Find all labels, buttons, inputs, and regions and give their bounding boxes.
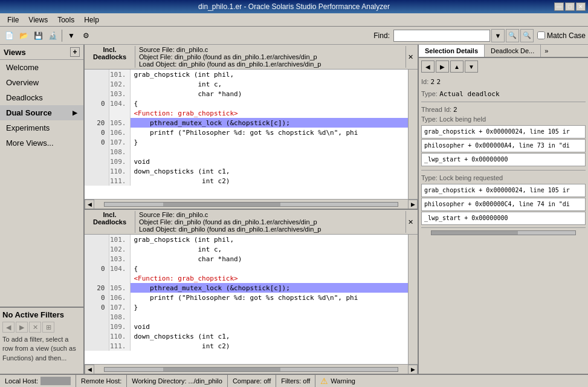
filter-back-button[interactable]: ◀ <box>2 322 15 333</box>
remote-host-label: Remote Host: <box>81 377 121 385</box>
table-row: 109.void <box>85 322 408 331</box>
sidebar-item-dual-source[interactable]: Dual Source <box>0 105 83 120</box>
source-metrics-header-1: Incl. Deadlocks <box>87 46 135 68</box>
sidebar-item-welcome[interactable]: Welcome <box>0 60 83 75</box>
source-scrollbar-2[interactable] <box>408 235 418 364</box>
hscroll-left-1[interactable]: ◀ <box>85 200 94 209</box>
nav-buttons: ◀ ▶ ▲ ▼ <box>421 60 586 73</box>
source-pane-1-close[interactable]: ✕ <box>405 46 415 68</box>
source-content-1: 101.grab_chopstick (int phil, 102. int c… <box>85 70 418 199</box>
sidebar-item-deadlocks-label: Deadlocks <box>6 93 43 102</box>
hscroll-track-1[interactable] <box>104 202 398 207</box>
source-pane-2-close[interactable]: ✕ <box>405 211 415 233</box>
lineno-cell: 103. <box>109 254 130 264</box>
find-next-button[interactable]: 🔍 <box>520 29 534 42</box>
tab-selection-details[interactable]: Selection Details <box>419 45 485 57</box>
settings-button[interactable]: ⚙ <box>79 29 92 42</box>
source-code-1[interactable]: 101.grab_chopstick (int phil, 102. int c… <box>85 70 408 199</box>
find-prev-button[interactable]: 🔍 <box>506 29 519 42</box>
match-case-checkbox[interactable]: Match Case <box>537 31 586 40</box>
hscroll-right-2[interactable]: ▶ <box>408 365 418 374</box>
nav-up-button[interactable]: ▲ <box>450 60 464 73</box>
source-code-2[interactable]: 101.grab_chopstick (int phil, 102. int c… <box>85 235 408 364</box>
table-row: 0107.} <box>85 137 408 147</box>
lineno-cell: 108. <box>109 312 130 322</box>
object-file-2: Object File: din_philo (found as din_phi… <box>139 218 321 226</box>
local-host-label: Local Host: <box>5 377 38 385</box>
lock-held-stack-2: _lwp_start + 0x00000000 <box>421 153 586 166</box>
table-row: 109.void <box>85 157 408 166</box>
source-scrollbar-1[interactable] <box>408 70 418 199</box>
table-row: 103. char *hand) <box>85 89 408 99</box>
sidebar-item-more-views[interactable]: More Views... <box>0 135 83 151</box>
nav-prev-button[interactable]: ◀ <box>421 60 435 73</box>
code-cell: { <box>130 264 408 273</box>
filter-delete-button[interactable]: ✕ <box>29 322 41 333</box>
menu-tools[interactable]: Tools <box>53 15 79 25</box>
menubar: File Views Tools Help <box>0 13 588 27</box>
table-row-highlighted: 20105. pthread_mutex_lock (&chopstick[c]… <box>85 283 408 293</box>
menu-file[interactable]: File <box>2 15 24 25</box>
code-cell: <Function: grab_chopstick> <box>130 108 408 118</box>
sidebar-add-button[interactable]: + <box>70 47 80 57</box>
metric-cell <box>85 322 109 331</box>
lineno-cell: 110. <box>109 331 130 341</box>
find-label: Find: <box>373 31 390 40</box>
match-case-label: Match Case <box>547 31 586 40</box>
right-content[interactable]: ◀ ▶ ▲ ▼ Id: 2 2 Type: Actual deadlock Th… <box>419 58 588 374</box>
tab-deadlock-details[interactable]: Deadlock De... <box>485 45 541 57</box>
filter-button[interactable]: ▼ <box>65 29 78 42</box>
lineno-cell: 105. <box>109 118 130 128</box>
sidebar-item-dual-source-label: Dual Source <box>6 108 52 117</box>
minimize-button[interactable]: — <box>554 2 564 11</box>
lock-requested-stack-2: _lwp_start + 0x00000000 <box>421 212 586 225</box>
filter-add-button[interactable]: ⊞ <box>42 322 54 333</box>
menu-help[interactable]: Help <box>79 15 104 25</box>
code-cell: int c, <box>130 79 408 89</box>
find-input[interactable] <box>393 30 490 42</box>
code-cell: printf ("Philosopher %d: got %s chopstic… <box>130 128 408 137</box>
nav-down-button[interactable]: ▼ <box>465 60 478 73</box>
open-button[interactable]: 📂 <box>17 29 30 42</box>
source-hscroll-2[interactable]: ◀ ▶ <box>85 364 418 374</box>
lineno-cell: 110. <box>109 166 130 176</box>
source-table-2: 101.grab_chopstick (int phil, 102. int c… <box>85 235 408 351</box>
sidebar-item-overview[interactable]: Overview <box>0 75 83 90</box>
hscroll-track-2[interactable] <box>104 367 398 372</box>
metric-cell <box>85 147 109 157</box>
new-button[interactable]: 📄 <box>2 29 16 42</box>
source-hscroll-1[interactable]: ◀ ▶ <box>85 199 418 209</box>
right-hscroll[interactable] <box>421 227 586 237</box>
lineno-cell: 107. <box>109 137 130 147</box>
sidebar-item-deadlocks[interactable]: Deadlocks <box>0 90 83 105</box>
tab-more-button[interactable]: » <box>541 45 552 57</box>
lineno-cell: 108. <box>109 147 130 157</box>
hscroll-right-1[interactable]: ▶ <box>408 200 418 209</box>
center-panel: Incl. Deadlocks Source File: din_philo.c… <box>85 45 419 374</box>
find-dropdown-button[interactable]: ▼ <box>491 29 505 42</box>
hscroll-left-2[interactable]: ◀ <box>85 365 94 374</box>
code-cell: void <box>130 322 408 331</box>
metric-cell <box>85 244 109 254</box>
close-button[interactable]: ✕ <box>576 2 586 11</box>
menu-views[interactable]: Views <box>24 15 53 25</box>
sidebar-item-experiments[interactable]: Experiments <box>0 120 83 135</box>
nav-next-button[interactable]: ▶ <box>436 60 449 73</box>
metric-cell <box>85 108 109 118</box>
save-button[interactable]: 💾 <box>31 29 45 42</box>
table-row: 0106. printf ("Philosopher %d: got %s ch… <box>85 293 408 302</box>
deadlocks-label-1: Deadlocks <box>87 53 132 60</box>
experiment-button[interactable]: 🔬 <box>46 29 59 42</box>
source-table-1: 101.grab_chopstick (int phil, 102. int c… <box>85 70 408 186</box>
compare-label: Compare: <box>233 377 262 385</box>
metric-cell <box>85 89 109 99</box>
metric-cell: 0 <box>85 302 109 312</box>
titlebar: din_philo.1.er - Oracle Solaris Studio P… <box>0 0 588 13</box>
match-case-input[interactable] <box>537 31 545 39</box>
maximize-button[interactable]: □ <box>565 2 575 11</box>
type-value-text: Actual deadlock <box>439 90 499 98</box>
filters-status-section: Filters: off <box>276 375 315 387</box>
working-dir-path: .../din_philo <box>189 377 222 385</box>
filter-fwd-button[interactable]: ▶ <box>16 322 28 333</box>
sidebar-item-more-views-label: More Views... <box>6 138 54 148</box>
